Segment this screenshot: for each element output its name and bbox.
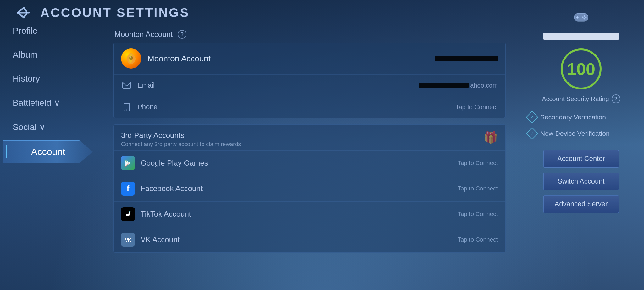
- svg-point-11: [584, 15, 585, 17]
- gamepad-icon: [572, 9, 591, 28]
- sidebar-item-album[interactable]: Album: [0, 43, 101, 67]
- security-label: Account Security Rating ?: [542, 94, 620, 103]
- vk-icon: VK: [121, 233, 135, 247]
- email-label: Email: [137, 81, 414, 89]
- advanced-server-button[interactable]: Advanced Server: [543, 195, 619, 213]
- gift-icon: 🎁: [484, 131, 498, 144]
- facebook-row[interactable]: f Facebook Account Tap to Connect: [114, 176, 505, 201]
- facebook-icon: f: [121, 182, 135, 196]
- right-panel: 100 Account Security Rating ? Secondary …: [518, 0, 644, 290]
- svg-rect-3: [123, 82, 131, 88]
- moonton-account-name: Moonton Account: [147, 54, 429, 64]
- email-suffix: ahoo.com: [470, 82, 498, 89]
- third-party-card: 3rd Party Accounts Connect any 3rd party…: [113, 124, 506, 253]
- sidebar: Profile Album History Battlefield ∨ Soci…: [0, 0, 101, 290]
- email-icon: [121, 80, 132, 91]
- tiktok-action[interactable]: Tap to Connect: [458, 211, 498, 218]
- facebook-action[interactable]: Tap to Connect: [458, 185, 498, 192]
- svg-point-2: [130, 56, 131, 58]
- secondary-verification-label: Secondary Verification: [540, 113, 606, 121]
- moonton-account-card: Moonton Account Email ahoo.com: [113, 43, 506, 118]
- svg-point-12: [585, 17, 587, 18]
- phone-label: Phone: [137, 103, 450, 111]
- third-party-header: 3rd Party Accounts Connect any 3rd party…: [114, 125, 505, 150]
- new-device-verification-row: New Device Verification: [525, 127, 638, 140]
- sidebar-item-profile[interactable]: Profile: [0, 19, 101, 43]
- third-party-section: 3rd Party Accounts Connect any 3rd party…: [113, 124, 506, 253]
- sidebar-item-account[interactable]: Account: [3, 140, 93, 163]
- email-redacted-bar: [419, 83, 469, 88]
- account-center-button[interactable]: Account Center: [543, 150, 619, 168]
- security-circle: 100: [561, 48, 602, 89]
- facebook-name: Facebook Account: [141, 184, 452, 193]
- google-play-action[interactable]: Tap to Connect: [458, 160, 498, 167]
- svg-point-7: [130, 211, 131, 213]
- third-party-subtitle: Connect any 3rd party account to claim r…: [121, 141, 241, 148]
- sidebar-item-history[interactable]: History: [0, 67, 101, 91]
- moonton-section-header: Moonton Account ?: [113, 30, 506, 39]
- google-play-icon: [121, 156, 135, 170]
- tiktok-icon: [121, 207, 135, 221]
- moonton-logo: [121, 48, 141, 69]
- security-help-icon[interactable]: ?: [612, 94, 620, 103]
- vk-name: VK Account: [141, 235, 452, 244]
- email-value: ahoo.com: [419, 82, 498, 89]
- svg-point-4: [126, 110, 127, 111]
- third-party-title: 3rd Party Accounts: [121, 131, 241, 140]
- security-score: 100: [567, 59, 595, 79]
- google-play-name: Google Play Games: [141, 159, 452, 168]
- new-device-verification-label: New Device Verification: [540, 130, 610, 137]
- moonton-account-row: Moonton Account: [114, 43, 505, 74]
- switch-account-button[interactable]: Switch Account: [543, 173, 619, 190]
- svg-rect-10: [576, 17, 579, 18]
- phone-row: Phone Tap to Connect: [114, 96, 505, 118]
- username-bar: [543, 33, 619, 40]
- email-row: Email ahoo.com: [114, 74, 505, 96]
- vk-row[interactable]: VK VK Account Tap to Connect: [114, 227, 505, 252]
- vk-action[interactable]: Tap to Connect: [458, 236, 498, 243]
- sidebar-item-battlefield[interactable]: Battlefield ∨: [0, 91, 101, 115]
- secondary-verification-icon: [526, 111, 538, 123]
- phone-icon: [121, 101, 132, 113]
- sidebar-item-social[interactable]: Social ∨: [0, 115, 101, 139]
- secondary-verification-row: Secondary Verification: [525, 111, 638, 123]
- moonton-username-redacted: [435, 56, 498, 61]
- svg-point-13: [582, 17, 584, 18]
- tiktok-name: TikTok Account: [141, 210, 452, 219]
- tiktok-row[interactable]: TikTok Account Tap to Connect: [114, 201, 505, 227]
- google-play-row[interactable]: Google Play Games Tap to Connect: [114, 150, 505, 176]
- new-device-verification-icon: [526, 127, 538, 140]
- moonton-section-title: Moonton Account: [114, 30, 173, 39]
- svg-rect-6: [124, 210, 132, 219]
- main-content: Moonton Account ? Moonton Account: [107, 24, 512, 277]
- svg-point-14: [584, 18, 585, 20]
- phone-action[interactable]: Tap to Connect: [455, 104, 498, 111]
- moonton-help-icon[interactable]: ?: [178, 30, 186, 39]
